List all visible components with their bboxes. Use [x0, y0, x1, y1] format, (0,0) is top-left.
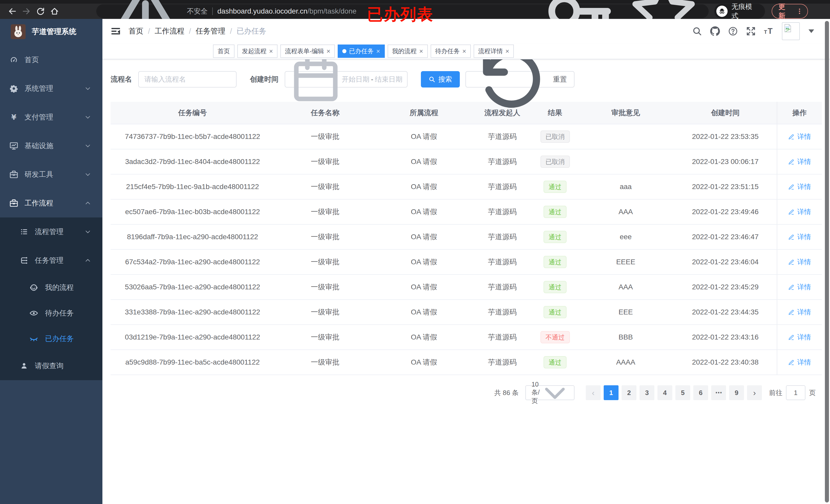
sidebar-item-工作流程[interactable]: 工作流程: [0, 189, 102, 217]
detail-button[interactable]: 详情: [788, 207, 811, 216]
page-button-3[interactable]: 3: [640, 385, 655, 400]
search-icon[interactable]: [692, 26, 702, 36]
page-button-2[interactable]: 2: [621, 385, 636, 400]
next-page-button[interactable]: ›: [747, 385, 762, 400]
table-row: 8196daff-7b9a-11ec-a290-acde48001122一级审批…: [110, 225, 822, 250]
breadcrumb-item[interactable]: 首页: [129, 26, 143, 36]
sidebar-item-label: 首页: [25, 55, 39, 65]
update-button[interactable]: 更新: [772, 4, 808, 19]
avatar[interactable]: [782, 22, 800, 40]
close-icon[interactable]: ×: [269, 48, 273, 55]
tab-发起流程[interactable]: 发起流程×: [237, 44, 278, 58]
sidebar-item-系统管理[interactable]: 系统管理: [0, 74, 102, 103]
chevron-down-icon: [85, 229, 91, 235]
close-icon[interactable]: ×: [326, 48, 330, 55]
detail-button[interactable]: 详情: [788, 257, 811, 267]
detail-button[interactable]: 详情: [788, 282, 811, 292]
page-button-4[interactable]: 4: [658, 385, 672, 400]
page-button-9[interactable]: 9: [729, 385, 744, 400]
sidebar-item-基础设施[interactable]: 基础设施: [0, 132, 102, 160]
comment-cell: eee: [578, 233, 674, 241]
date-range-picker[interactable]: 开始日期 - 结束日期: [285, 71, 408, 88]
logo-row[interactable]: 芋道管理系统: [0, 19, 102, 44]
more-pages-button[interactable]: ⋯: [711, 385, 726, 400]
create-time-cell: 2022-01-22 23:43:16: [674, 333, 777, 341]
detail-button[interactable]: 详情: [788, 333, 811, 342]
close-icon[interactable]: ×: [462, 48, 466, 55]
cell: a59c9d88-7b99-11ec-ba5c-acde48001122: [110, 358, 275, 366]
close-icon[interactable]: ×: [505, 48, 509, 55]
fullscreen-icon[interactable]: [746, 26, 756, 36]
reload-icon[interactable]: [36, 7, 45, 16]
detail-button[interactable]: 详情: [788, 358, 811, 367]
tab-label: 我的流程: [392, 47, 417, 55]
close-icon[interactable]: ×: [376, 48, 380, 55]
detail-button[interactable]: 详情: [788, 307, 811, 317]
tab-流程详情[interactable]: 流程详情×: [474, 44, 514, 58]
cell: 芋道源码: [472, 332, 533, 342]
home-icon[interactable]: [50, 7, 59, 16]
detail-button[interactable]: 详情: [788, 182, 811, 191]
goto-label: 前往: [769, 389, 783, 397]
detail-button[interactable]: 详情: [788, 232, 811, 241]
prev-page-button[interactable]: ‹: [586, 385, 601, 400]
tab-label: 已办任务: [349, 47, 374, 55]
process-name-input[interactable]: [138, 71, 236, 88]
help-icon[interactable]: [728, 26, 738, 36]
done-task-table: 任务编号任务名称所属流程流程发起人结果审批意见创建时间操作 74736737-7…: [110, 102, 822, 375]
action-cell: 详情: [777, 250, 822, 274]
pencil-icon: [788, 359, 795, 366]
back-icon[interactable]: [8, 7, 17, 16]
result-cell: 通过: [533, 206, 578, 218]
chevron-up-icon: [85, 200, 91, 206]
sidebar-item-待办任务[interactable]: 待办任务: [0, 300, 102, 326]
sidebar-item-首页[interactable]: 首页: [0, 45, 102, 74]
sidebar-item-已办任务[interactable]: 已办任务: [0, 326, 102, 351]
close-icon[interactable]: ×: [419, 48, 423, 55]
page-size-select[interactable]: 10条/页: [525, 385, 574, 400]
avatar-caret-down-icon[interactable]: [808, 29, 814, 33]
sidebar-item-我的流程[interactable]: 我的流程: [0, 275, 102, 300]
page-scrollbar[interactable]: [825, 21, 829, 502]
tab-已办任务[interactable]: 已办任务×: [338, 44, 385, 58]
page-button-1[interactable]: 1: [604, 385, 618, 400]
sidebar-item-任务管理[interactable]: 任务管理: [0, 246, 102, 275]
search-button[interactable]: 搜索: [421, 71, 460, 88]
breadcrumb-item[interactable]: 工作流程: [155, 26, 184, 36]
sidebar-fold-icon[interactable]: [110, 26, 121, 36]
sidebar-item-研发工具[interactable]: 研发工具: [0, 160, 102, 189]
sidebar-item-请假查询[interactable]: 请假查询: [0, 351, 102, 380]
detail-button[interactable]: 详情: [788, 132, 811, 141]
page-button-6[interactable]: 6: [693, 385, 708, 400]
github-icon[interactable]: [710, 26, 720, 36]
table-row: 74736737-7b9b-11ec-b5b7-acde48001122一级审批…: [110, 124, 822, 149]
cell: 芋道源码: [472, 182, 533, 192]
action-cell: 详情: [777, 200, 822, 224]
address-bar[interactable]: 不安全 dashboard.yudao.iocoder.cn/bpm/task/…: [96, 4, 709, 18]
page-button-5[interactable]: 5: [675, 385, 690, 400]
sidebar-item-流程管理[interactable]: 流程管理: [0, 217, 102, 246]
sidebar-item-label: 任务管理: [35, 256, 63, 265]
sidebar-item-支付管理[interactable]: ¥支付管理: [0, 103, 102, 132]
tab-首页[interactable]: 首页: [213, 44, 234, 58]
tab-流程表单-编辑[interactable]: 流程表单-编辑×: [280, 44, 335, 58]
eye-icon: [29, 308, 38, 318]
table-row: a59c9d88-7b99-11ec-ba5c-acde48001122一级审批…: [110, 350, 822, 375]
action-cell: 详情: [777, 325, 822, 349]
browser-menu-dots-icon[interactable]: [796, 8, 803, 14]
url-text[interactable]: dashboard.yudao.iocoder.cn/bpm/task/done: [217, 7, 356, 15]
detail-button[interactable]: 详情: [788, 157, 811, 166]
tab-待办任务[interactable]: 待办任务×: [430, 44, 471, 58]
reset-button[interactable]: 重置: [466, 71, 574, 88]
range-separator: -: [370, 75, 375, 83]
font-size-icon[interactable]: TT: [764, 26, 774, 36]
forward-icon[interactable]: [22, 7, 31, 16]
tab-我的流程[interactable]: 我的流程×: [388, 44, 428, 58]
url-path: /bpm/task/done: [308, 7, 356, 15]
breadcrumb-item[interactable]: 任务管理: [196, 26, 225, 36]
eye-closed-icon: [29, 334, 38, 343]
pencil-icon: [788, 234, 795, 240]
goto-page-input[interactable]: [786, 385, 805, 400]
sidebar-item-label: 流程管理: [35, 227, 63, 237]
cell: OA 请假: [376, 257, 472, 267]
